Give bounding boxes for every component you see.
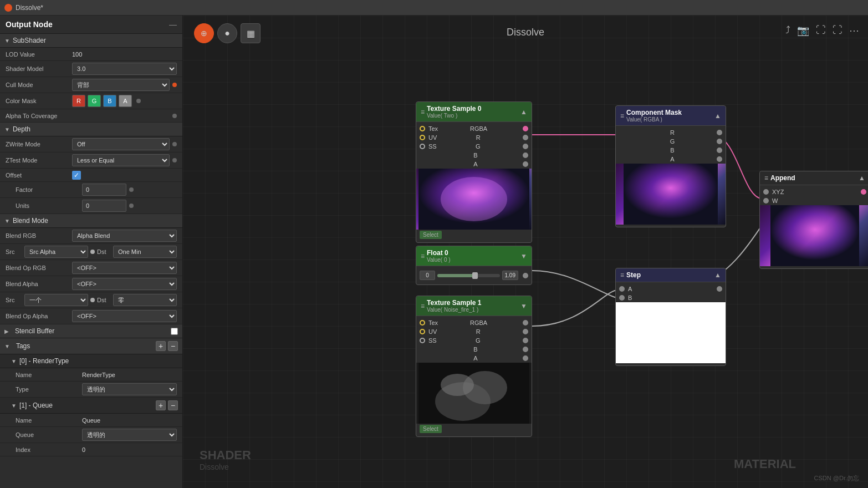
tags-add-btn[interactable]: +: [156, 341, 166, 351]
node-tex0-ss-label: SS: [428, 143, 437, 150]
tag0-type-label: Type: [16, 386, 82, 393]
tag1-queue-select[interactable]: 透明的不透明: [82, 429, 177, 441]
stencil-checkbox[interactable]: [171, 328, 178, 335]
node-append-expand-icon[interactable]: ▲: [859, 174, 865, 182]
ztest-dot: [172, 158, 177, 162]
blend-op-rgb-select[interactable]: <OFF>: [72, 262, 177, 274]
tag1-header[interactable]: ▼ [1] - Queue + −: [0, 398, 182, 414]
node-tex1-subtitle: Value( Noise_fire_1 ): [427, 307, 481, 313]
color-mask-buttons: R G B A: [72, 95, 132, 107]
node-float0-handle[interactable]: [472, 272, 478, 279]
depth-arrow-icon: ▼: [4, 126, 10, 133]
color-mask-r-btn[interactable]: R: [72, 95, 85, 107]
node-append-header[interactable]: ≡ Append ▲: [760, 171, 868, 185]
node-tex1-select-btn[interactable]: Select: [420, 425, 442, 433]
subshader-label: SubShader: [13, 37, 46, 44]
canvas-area[interactable]: ⊕ ● ▦ Dissolve ⤴ 📷 ⛶ ⛶ ⋯: [183, 16, 868, 488]
ztest-select[interactable]: Less or EqualLessGreater: [72, 154, 170, 166]
node-cmask-image: [616, 164, 726, 225]
tags-remove-btn[interactable]: −: [168, 341, 178, 351]
units-input[interactable]: [82, 200, 126, 212]
src2-select[interactable]: 一个: [24, 294, 88, 306]
tag1-remove-btn[interactable]: −: [168, 400, 178, 410]
tag1-add-btn[interactable]: +: [156, 400, 166, 410]
toolbar-circle-btn[interactable]: ●: [217, 23, 237, 43]
node-cmask-a-port: [717, 156, 722, 162]
node-append-body: XYZ W: [760, 185, 868, 268]
share-icon[interactable]: ⤴: [785, 24, 790, 37]
tag0-header[interactable]: ▼ [0] - RenderType: [0, 354, 182, 368]
blend-rgb-row: Blend RGB Alpha BlendAdditive: [0, 228, 182, 244]
camera-icon[interactable]: 📷: [797, 24, 809, 37]
node-tex0-b-label: B: [473, 152, 477, 159]
blend-mode-section-header[interactable]: ▼ Blend Mode: [0, 214, 182, 228]
zwrite-label: ZWrite Mode: [6, 141, 72, 148]
node-tex0-rgba-label: RGBA: [470, 125, 487, 132]
node-tex0-select-btn[interactable]: Select: [420, 231, 442, 239]
color-mask-g-btn[interactable]: G: [88, 95, 101, 107]
node-tex1-a-label: A: [473, 355, 477, 362]
node-tex0-image: [416, 169, 532, 230]
node-append-menu-icon[interactable]: ≡: [764, 174, 768, 182]
tags-section-header[interactable]: ▼ Tags + −: [0, 338, 182, 354]
blend-op-alpha-select[interactable]: <OFF>: [72, 310, 177, 322]
node-tex1-menu-icon[interactable]: ≡: [421, 302, 425, 310]
color-mask-b-btn[interactable]: B: [103, 95, 116, 107]
node-cmask-expand-icon[interactable]: ▲: [714, 112, 721, 120]
node-tex1-ss-label: SS: [428, 337, 437, 344]
node-tex0-subtitle: Value( Two ): [427, 113, 481, 119]
color-mask-a-btn[interactable]: A: [119, 95, 132, 107]
dst2-select[interactable]: 零: [113, 294, 177, 306]
node-tex1-header[interactable]: ≡ Texture Sample 1 Value( Noise_fire_1 )…: [416, 296, 532, 316]
zwrite-select[interactable]: OffOn: [72, 138, 170, 150]
node-tex1-expand-icon[interactable]: ▼: [520, 302, 527, 310]
cull-mode-select[interactable]: 背部正面关闭: [72, 79, 170, 91]
node-float0-track[interactable]: [437, 274, 500, 277]
more-icon[interactable]: ⋯: [849, 24, 859, 37]
blend-alpha-select[interactable]: <OFF>: [72, 278, 177, 290]
node-cmask-header[interactable]: ≡ Component Mask Value( RGBA ) ▲: [616, 106, 726, 126]
cull-mode-label: Cull Mode: [6, 82, 72, 88]
svg-rect-6: [624, 164, 718, 225]
node-tex0-uv-label: UV: [428, 134, 437, 141]
credit-label: CSDN @Dr.勿忘: [814, 474, 859, 482]
tag0-type-select[interactable]: 透明的不透明: [82, 383, 177, 395]
node-tex0-menu-icon[interactable]: ≡: [421, 108, 425, 116]
depth-section-header[interactable]: ▼ Depth: [0, 123, 182, 136]
node-float0-expand-icon[interactable]: ▼: [520, 252, 527, 260]
blend-op-rgb-row: Blend Op RGB <OFF>: [0, 260, 182, 276]
node-tex0-header[interactable]: ≡ Texture Sample 0 Value( Two ) ▲: [416, 102, 532, 122]
node-cmask-title: Component Mask: [626, 109, 682, 116]
panel-close-btn[interactable]: —: [169, 20, 177, 29]
src-select[interactable]: Src Alpha: [24, 246, 88, 258]
node-tex0-expand-icon[interactable]: ▲: [520, 108, 527, 116]
factor-input[interactable]: [82, 184, 126, 196]
node-tex0-tex-row: Tex RGBA: [416, 124, 532, 133]
node-float0-header[interactable]: ≡ Float 0 Value( 0 ) ▼: [416, 246, 532, 266]
offset-checkbox[interactable]: ✓: [72, 171, 81, 180]
node-tex0-g-label: G: [476, 143, 481, 150]
toolbar-grid-btn[interactable]: ▦: [241, 23, 261, 43]
shader-model-select[interactable]: 3.0: [72, 63, 177, 75]
node-step-header[interactable]: ≡ Step ▲: [616, 268, 726, 282]
node-cmask-menu-icon[interactable]: ≡: [620, 112, 624, 120]
stencil-section-header[interactable]: ▶ Stencil Buffer: [0, 324, 182, 338]
node-tex1-r-port: [523, 329, 528, 334]
tag1-index-value: 0: [82, 446, 177, 453]
toolbar-connect-btn[interactable]: ⊕: [194, 23, 214, 43]
fullscreen-icon[interactable]: ⛶: [833, 24, 843, 37]
panel-header: Output Node —: [0, 16, 182, 34]
node-step-a-row: A: [616, 284, 726, 293]
stencil-label: Stencil Buffer: [15, 327, 54, 335]
dst-select[interactable]: One Min: [113, 246, 177, 258]
expand-icon[interactable]: ⛶: [816, 24, 826, 37]
node-float0-menu-icon[interactable]: ≡: [421, 252, 425, 260]
node-step-expand-icon[interactable]: ▲: [714, 271, 721, 279]
blend-rgb-select[interactable]: Alpha BlendAdditive: [72, 230, 177, 242]
node-tex1-a-row: A: [416, 354, 532, 363]
node-step-menu-icon[interactable]: ≡: [620, 271, 624, 279]
node-float0-out-port: [523, 273, 528, 278]
subshader-section-header[interactable]: ▼ SubShader: [0, 34, 182, 48]
units-dot: [129, 204, 134, 208]
node-tex1-ss-row: SS G: [416, 336, 532, 345]
